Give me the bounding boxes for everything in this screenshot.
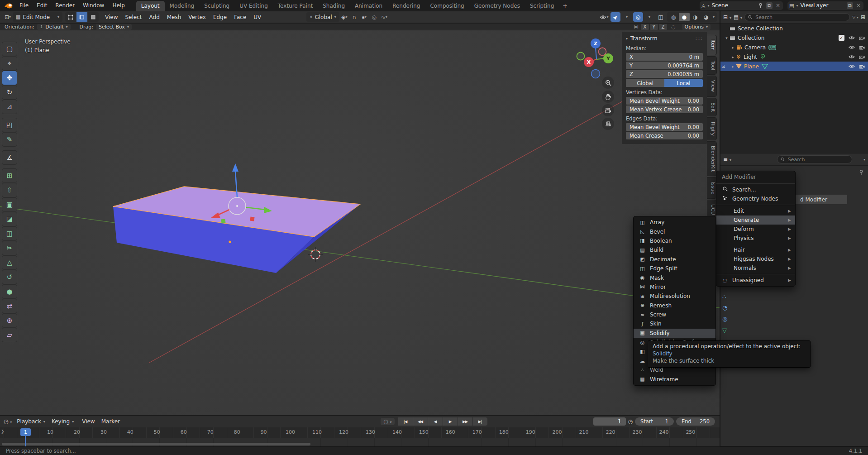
tool-shear[interactable]: ▱ <box>2 328 17 342</box>
display-mode-button[interactable]: ▤ ▾ <box>734 14 742 20</box>
tool-annotate[interactable]: ✎ <box>2 133 17 146</box>
tool-edge-slide[interactable]: ⇄ <box>2 299 17 313</box>
menu-item[interactable]: Window <box>79 0 108 11</box>
collection-checkbox[interactable]: ✓ <box>839 35 844 41</box>
timeline-menu-item[interactable]: View <box>79 418 98 425</box>
outliner-row-collection[interactable]: ▾ Collection ✓ <box>720 33 868 43</box>
tool-cursor[interactable]: ⌖ <box>2 57 17 70</box>
falloff-curve-button[interactable]: ∿ ▾ <box>379 12 389 22</box>
disable-render-camera-icon[interactable] <box>859 64 865 69</box>
generate-menu-item[interactable]: ⊕ Remesh <box>634 301 715 310</box>
vertex-data-field[interactable]: Mean Vertex Crease 0.00 <box>626 105 703 113</box>
play[interactable]: ▶ <box>443 417 458 426</box>
generate-menu-item[interactable]: ◺ Bevel <box>634 227 715 236</box>
outliner-search-input[interactable] <box>754 14 846 21</box>
tool-smooth[interactable]: ● <box>2 285 17 298</box>
hide-eye-icon[interactable] <box>849 45 855 49</box>
mirror-axis-button[interactable]: X <box>641 24 649 30</box>
hide-eye-icon[interactable] <box>849 36 855 40</box>
workspace-tab[interactable]: Modeling <box>165 1 200 11</box>
menu-category-item[interactable]: Hair ▶ <box>716 245 795 254</box>
viewport-menu-item[interactable]: Mesh <box>163 14 185 20</box>
prev-keyframe[interactable]: ◀◀ <box>413 417 428 426</box>
light-data-icon[interactable] <box>760 54 766 60</box>
properties-search-input[interactable] <box>787 156 849 163</box>
tool-add-cube[interactable]: ⊞ <box>2 169 17 182</box>
scene-selector[interactable]: ◬ ▾ Scene ⧉ × <box>700 1 783 10</box>
workspace-tab[interactable]: Sculpting <box>199 1 234 11</box>
workspace-tab[interactable]: Rendering <box>387 1 425 11</box>
tool-select-box[interactable]: ▢ <box>2 42 17 56</box>
workspace-tab[interactable]: Texture Paint <box>273 1 318 11</box>
viewport-menu-item[interactable]: Edge <box>210 14 230 20</box>
current-frame-badge[interactable]: 1 <box>20 428 31 436</box>
editor-type-button[interactable]: ⊡ ▾ <box>3 12 13 22</box>
viewport-menu-item[interactable]: UV <box>250 14 265 20</box>
rendered-shading-button[interactable]: ◕ <box>701 13 711 21</box>
timeline-scrollbar[interactable] <box>2 443 310 445</box>
outliner-row-scene-collection[interactable]: Scene Collection <box>720 24 868 33</box>
space-button[interactable]: Local <box>664 79 703 87</box>
menu-item[interactable]: File <box>15 0 33 11</box>
generate-menu-item[interactable]: ▣ Solidify <box>634 329 715 338</box>
generate-menu-item[interactable]: ∫ Skin <box>634 319 715 328</box>
edge-data-field[interactable]: Mean Bevel Weight 0.00 <box>626 123 703 131</box>
sidebar-tab[interactable]: Item <box>707 35 717 55</box>
outliner-row-camera[interactable]: ▸ Camera <box>720 43 868 52</box>
blender-logo-icon[interactable] <box>5 2 13 9</box>
nav-axis-neg-z[interactable] <box>591 70 600 78</box>
tool-rotate[interactable]: ↻ <box>2 86 17 99</box>
generate-menu-item[interactable]: ▦ Wireframe <box>634 375 715 384</box>
tool-extrude-region[interactable]: ⇧ <box>2 183 17 197</box>
properties-editor-type-button[interactable]: ≡ ▾ <box>723 156 731 163</box>
snap-magnet-icon[interactable]: ∩ <box>349 12 359 22</box>
frame-end-field[interactable]: End250 <box>676 417 715 426</box>
viewport-menu-item[interactable]: Vertex <box>185 14 210 20</box>
object-data-tab-icon[interactable]: ▽ <box>722 327 727 334</box>
menu-category-item[interactable]: Higgsas Nodes ▶ <box>716 254 795 263</box>
menu-category-item[interactable]: Physics ▶ <box>716 234 795 243</box>
space-button[interactable]: Global <box>626 79 664 87</box>
navigation-gizmo[interactable]: Z Y X <box>577 38 614 78</box>
generate-menu-item[interactable]: ⋈ Mirror <box>634 283 715 292</box>
solid-shading-button[interactable]: ● <box>679 13 690 21</box>
gizmo-z-arrowhead[interactable] <box>232 163 238 172</box>
tool-measure[interactable]: ∡ <box>2 151 17 164</box>
menu-category-item[interactable]: Edit ▶ <box>716 206 795 216</box>
edge-select-button[interactable] <box>76 12 87 22</box>
drag-dropdown[interactable]: Select Box ▾ <box>96 24 132 30</box>
generate-menu-item[interactable]: ◩ Decimate <box>634 255 715 264</box>
material-preview-button[interactable]: ◑ <box>690 13 701 21</box>
panel-drag-handle[interactable]: :::: <box>696 36 703 41</box>
expand-chevron-icon[interactable]: ▸ <box>730 55 736 59</box>
median-field[interactable]: X 0 m <box>626 53 703 61</box>
camera-data-icon[interactable] <box>768 45 776 50</box>
tool-shrink-fatten[interactable]: ⊛ <box>2 314 17 327</box>
workspace-tab[interactable]: Animation <box>350 1 387 11</box>
outliner-editor-type-button[interactable]: ⊟ ▾ <box>723 14 731 20</box>
gizmos-toggle[interactable]: ▶ <box>610 12 620 22</box>
timeline-editor-type-button[interactable]: ◷ ▾ <box>4 418 12 425</box>
chevron-down-icon[interactable]: ▾ <box>863 158 865 162</box>
nav-axis-neg-y[interactable] <box>577 53 585 60</box>
generate-menu-item[interactable]: ⊞ Multiresolution <box>634 292 715 301</box>
pivot-point-button[interactable]: ◈ ▾ <box>339 12 349 22</box>
camera-view-button[interactable] <box>602 104 614 116</box>
transform-orientation-dropdown[interactable]: ⌖ Global ▾ <box>306 12 339 22</box>
mirror-axis-button[interactable]: Y <box>650 24 658 30</box>
snap-settings-button[interactable]: ▪ ▾ <box>359 12 369 22</box>
gizmo-plane-handle-x[interactable] <box>250 216 254 221</box>
tool-scale[interactable]: ⊿ <box>2 100 17 114</box>
constraints-tab-icon[interactable]: ◎ <box>722 316 727 322</box>
vertex-data-field[interactable]: Mean Bevel Weight 0.00 <box>626 97 703 105</box>
hide-eye-icon[interactable] <box>849 64 855 68</box>
viewport-menu-item[interactable]: Add <box>146 14 163 20</box>
menu-category-item[interactable]: Generate ▶ <box>716 216 795 225</box>
sidebar-tab[interactable]: View <box>707 76 717 96</box>
pan-hand-button[interactable] <box>602 91 614 103</box>
xray-toggle[interactable]: ◫ <box>656 12 666 22</box>
outliner-search[interactable] <box>744 13 850 21</box>
current-frame-field[interactable]: 1 <box>593 417 626 426</box>
expand-chevron-icon[interactable]: ▸ <box>730 45 736 50</box>
mirror-axis-button[interactable]: Z <box>659 24 667 30</box>
